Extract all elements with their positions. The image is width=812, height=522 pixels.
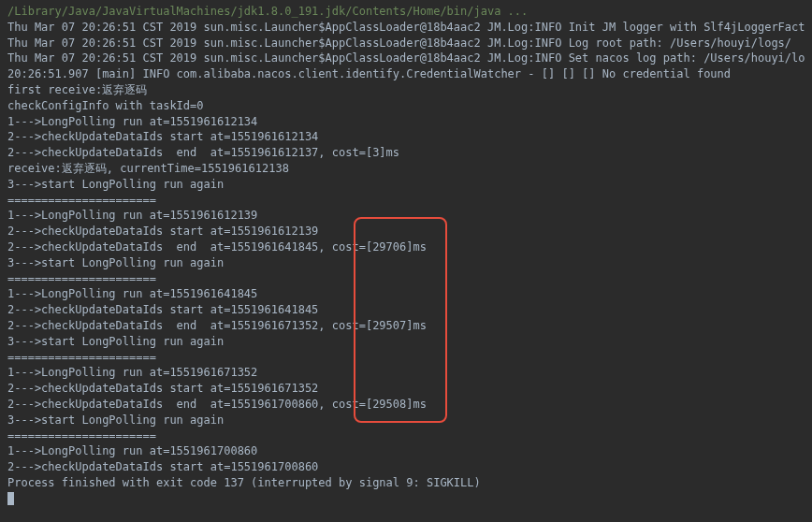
log-line: 1--->LongPolling run at=1551961612134 [7,114,805,130]
log-line: 2--->checkUpdateDataIds end at=155196170… [7,397,805,413]
log-line: Thu Mar 07 20:26:51 CST 2019 sun.misc.La… [7,20,805,36]
java-path-line: /Library/Java/JavaVirtualMachines/jdk1.8… [7,4,805,20]
log-line: Thu Mar 07 20:26:51 CST 2019 sun.misc.La… [7,36,805,51]
log-line: 3--->start LongPolling run again [7,413,805,428]
log-line: 20:26:51.907 [main] INFO com.alibaba.nac… [7,66,805,82]
log-line: 2--->checkUpdateDataIds start at=1551961… [7,224,805,239]
log-line: 2--->checkUpdateDataIds start at=1551961… [7,459,805,475]
log-line: 2--->checkUpdateDataIds start at=1551961… [7,302,805,318]
cursor-icon [7,492,14,505]
log-line: 3--->start LongPolling run again [7,177,805,193]
log-line: 2--->checkUpdateDataIds start at=1551961… [7,129,805,145]
log-line: 1--->LongPolling run at=1551961671352 [7,365,805,381]
log-line: 2--->checkUpdateDataIds start at=1551961… [7,381,805,397]
log-line: 3--->start LongPolling run again [7,255,805,271]
log-line: 1--->LongPolling run at=1551961700860 [7,443,805,459]
log-line: 2--->checkUpdateDataIds end at=155196164… [7,239,805,255]
log-line: checkConfigInfo with taskId=0 [7,98,805,114]
log-line: Thu Mar 07 20:26:51 CST 2019 sun.misc.La… [7,51,805,66]
log-line: ====================== [7,350,805,366]
log-line: receive:返弃逐码, currentTime=1551961612138 [7,161,805,177]
log-line: Process finished with exit code 137 (int… [7,475,805,491]
log-line: ====================== [7,428,805,444]
log-line: first receive:返弃逐码 [7,82,805,98]
log-line: 1--->LongPolling run at=1551961612139 [7,208,805,224]
log-line: 3--->start LongPolling run again [7,334,805,350]
log-line: 2--->checkUpdateDataIds end at=155196161… [7,145,805,161]
log-line: ====================== [7,271,805,287]
log-line: 1--->LongPolling run at=1551961641845 [7,286,805,302]
cursor-line [7,491,805,507]
log-line: ====================== [7,193,805,209]
log-line: 2--->checkUpdateDataIds end at=155196167… [7,318,805,334]
